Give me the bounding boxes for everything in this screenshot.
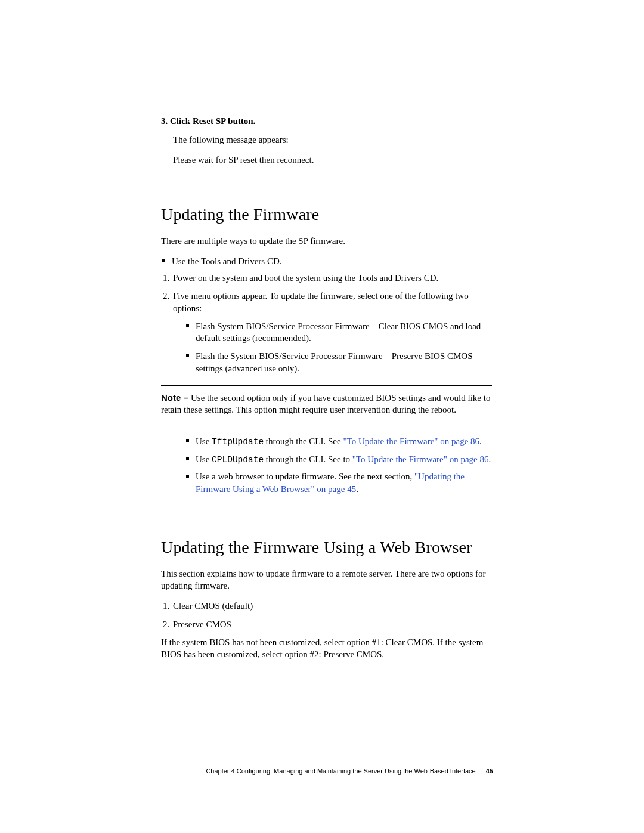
note-label: Note – [161, 392, 191, 402]
section2-closing: If the system BIOS has not been customiz… [161, 636, 492, 661]
after2-link[interactable]: "To Update the Firmware" on page 86 [352, 454, 489, 464]
after2-post: . [488, 454, 491, 464]
footer-text: Chapter 4 Configuring, Managing and Main… [206, 767, 493, 775]
section1-ol-item2-text: Five menu options appear. To update the … [173, 291, 469, 312]
section1-sub-bullets: Flash System BIOS/Service Processor Firm… [185, 320, 492, 374]
section-updating-webbrowser-heading: Updating the Firmware Using a Web Browse… [161, 538, 492, 557]
after-bullet-cpld: Use CPLDUpdate through the CLI. See to "… [185, 453, 492, 466]
after3-post: . [356, 484, 358, 494]
footer-chapter: Chapter 4 Configuring, Managing and Main… [206, 767, 475, 775]
after-bullet-tftp: Use TftpUpdate through the CLI. See "To … [185, 435, 492, 448]
section1-ol-item1: Power on the system and boot the system … [172, 272, 492, 284]
section1-top-bullets: Use the Tools and Drivers CD. [161, 255, 492, 267]
sub-bullet-preserve-cmos: Flash the System BIOS/Service Processor … [185, 350, 492, 374]
page-footer: Chapter 4 Configuring, Managing and Main… [0, 761, 644, 833]
step-number: 3. [161, 116, 168, 126]
section1-intro: There are multiple ways to update the SP… [161, 235, 492, 247]
sub-bullet-clear-cmos: Flash System BIOS/Service Processor Firm… [185, 320, 492, 345]
after3-pre: Use a web browser to update firmware. Se… [196, 472, 414, 481]
after2-code: CPLDUpdate [212, 455, 264, 465]
step-title: Click Reset SP button. [170, 116, 255, 126]
bullet-use-cd: Use the Tools and Drivers CD. [161, 255, 492, 267]
after1-pre: Use [196, 436, 212, 446]
note-body: Use the second option only if you have c… [161, 393, 490, 414]
section2-ol-item2: Preserve CMOS [172, 618, 492, 630]
section2-intro: This section explains how to update firm… [161, 568, 492, 592]
section-updating-firmware-heading: Updating the Firmware [161, 205, 492, 224]
section2-ol-item1: Clear CMOS (default) [172, 600, 492, 612]
after2-pre: Use [196, 454, 212, 464]
section1-numbered-list: Power on the system and boot the system … [161, 272, 492, 374]
section1-ol-item2: Five menu options appear. To update the … [172, 290, 492, 374]
step-3-heading: 3. Click Reset SP button. [161, 116, 492, 126]
after-bullet-webbrowser: Use a web browser to update firmware. Se… [185, 470, 492, 495]
footer-page-number: 45 [486, 767, 493, 775]
after1-code: TftpUpdate [212, 437, 264, 447]
after1-mid: through the CLI. See [264, 436, 343, 446]
after1-post: . [479, 436, 482, 446]
section2-numbered-list: Clear CMOS (default) Preserve CMOS [161, 600, 492, 630]
step-3-line2: Please wait for SP reset then reconnect. [173, 154, 492, 166]
note-box: Note – Use the second option only if you… [161, 385, 492, 423]
after2-mid: through the CLI. See to [264, 454, 352, 464]
page-content: 3. Click Reset SP button. The following … [161, 116, 492, 668]
step-3-line1: The following message appears: [173, 134, 492, 145]
after1-link[interactable]: "To Update the Firmware" on page 86 [343, 436, 479, 446]
section1-after-note-bullets: Use TftpUpdate through the CLI. See "To … [185, 435, 492, 495]
